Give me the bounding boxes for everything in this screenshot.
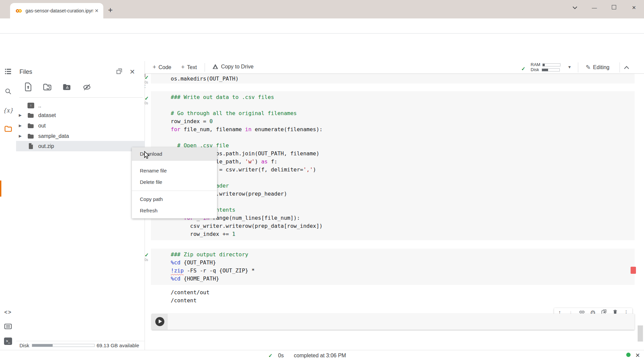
code-line: %cd {OUT_PATH} — [171, 259, 635, 267]
cell-success-icon: ✓ — [145, 74, 149, 81]
notebook-toolbar: +Code +Text Copy to Drive ✓ RAM Disk ▼ ✎… — [145, 61, 644, 74]
variables-icon[interactable]: {x} — [0, 107, 16, 114]
code-line — [171, 134, 635, 142]
cell-success-icon: ✓ — [145, 95, 149, 101]
expand-caret-icon[interactable]: ▶ — [19, 134, 21, 138]
code-line — [171, 101, 635, 109]
close-panel-icon[interactable]: ✕ — [129, 68, 135, 76]
output-line: /content — [171, 297, 210, 305]
hidden-files-eye-icon[interactable] — [83, 83, 91, 93]
copy-to-drive-button[interactable]: Copy to Drive — [212, 64, 254, 70]
resources-dropdown-icon[interactable]: ▼ — [568, 65, 572, 69]
close-status-icon[interactable]: ✕ — [635, 352, 640, 359]
toolbar-divider — [620, 62, 620, 72]
add-code-button[interactable]: +Code — [153, 64, 171, 71]
output-line: /content/out — [171, 289, 210, 297]
code-snippets-icon[interactable]: <> — [0, 309, 16, 315]
ram-meter — [542, 63, 560, 66]
cell-exec-time: 0s — [145, 101, 148, 105]
files-panel-title: Files — [19, 68, 32, 75]
folder-icon — [27, 133, 34, 139]
expand-caret-icon[interactable]: ▶ — [19, 123, 21, 128]
colab-window: gas-sensor-dataset-curation.ipyn ✕ + — ✕… — [0, 0, 644, 361]
code-editor[interactable]: ### Zip output directory%cd {OUT_PATH}!z… — [151, 249, 635, 285]
tab-close-icon[interactable]: ✕ — [93, 8, 100, 13]
code-editor[interactable]: os.makedirs(OUT_PATH) — [151, 74, 635, 84]
connected-check-icon: ✓ — [521, 66, 526, 72]
command-palette-icon[interactable] — [0, 324, 16, 330]
disk-label: Disk — [19, 343, 29, 348]
code-line: !zip -FS -r -q {OUT_ZIP} * — [171, 267, 635, 275]
tree-item-parent-dir[interactable]: ↑ .. — [16, 100, 145, 111]
code-input-area[interactable] — [168, 314, 635, 330]
terminal-icon[interactable]: >_ — [0, 338, 16, 345]
code-line: # Open .csv file — [171, 142, 635, 150]
tree-item-out-zip[interactable]: out.zip — [16, 141, 145, 151]
maximize-button[interactable] — [609, 5, 619, 10]
expand-caret-icon[interactable]: ▶ — [19, 113, 21, 117]
toolbar-divider — [205, 63, 205, 72]
colab-header: gas-sensor-dataset-curation.ipynb File E… — [0, 34, 644, 61]
tree-item-sample-data[interactable]: ▶ sample_data — [16, 131, 145, 141]
mount-drive-icon[interactable] — [62, 83, 71, 92]
code-line: csv_writer.writerow(prep_header) — [171, 190, 635, 198]
code-line: %cd {HOME_PATH} — [171, 275, 635, 283]
toolbar-divider — [578, 62, 578, 72]
context-menu-download[interactable]: Download — [132, 147, 217, 160]
code-line: # Write header — [171, 182, 635, 190]
folder-icon — [27, 123, 34, 129]
code-line: csv_writer.writerow(prep_data[row_index]… — [171, 222, 635, 230]
active-panel-indicator — [0, 180, 1, 197]
notebook-content: ✓ 0s [12] os.makedirs(OUT_PATH) ✓ 0s [13… — [145, 74, 644, 350]
cell-exec-time: 0s — [145, 81, 148, 84]
tree-item-dataset[interactable]: ▶ dataset — [16, 110, 145, 120]
code-line — [171, 174, 635, 182]
file-icon — [28, 143, 34, 149]
run-cell-button[interactable] — [155, 317, 164, 326]
plus-icon: + — [153, 64, 156, 71]
context-menu-copy-path[interactable]: Copy path — [132, 194, 217, 205]
upload-file-icon[interactable] — [24, 83, 32, 93]
collapse-header-icon[interactable] — [624, 64, 629, 70]
context-menu-rename[interactable]: Rename file — [132, 165, 217, 176]
notebook-scrollbar[interactable] — [638, 325, 643, 342]
pencil-icon: ✎ — [586, 64, 591, 71]
ram-disk-indicator[interactable]: RAM Disk — [531, 62, 560, 72]
browser-tabstrip: gas-sensor-dataset-curation.ipyn ✕ + — ✕ — [0, 0, 644, 18]
minimize-button[interactable]: — — [590, 5, 599, 10]
mouse-cursor — [144, 151, 150, 159]
search-tabs-icon[interactable] — [570, 5, 580, 10]
popout-panel-icon[interactable] — [116, 68, 122, 76]
code-line: file_path = os.path.join(OUT_PATH, filen… — [171, 150, 635, 158]
files-icon[interactable] — [0, 125, 16, 134]
empty-code-cell[interactable] — [152, 314, 635, 330]
disk-available-text: 69.13 GB available — [97, 343, 139, 348]
search-icon[interactable] — [0, 88, 16, 96]
context-menu-delete[interactable]: Delete file — [132, 176, 217, 188]
drive-icon — [212, 64, 219, 70]
close-window-button[interactable]: ✕ — [629, 5, 639, 11]
code-line: with open(file_path, 'w') as f: — [171, 158, 635, 166]
code-line: ### Zip output directory — [171, 251, 635, 259]
new-tab-button[interactable]: + — [108, 6, 113, 14]
disk-usage-meter — [32, 344, 95, 347]
add-text-button[interactable]: +Text — [181, 64, 197, 71]
refresh-folder-icon[interactable] — [43, 83, 52, 92]
context-menu-refresh[interactable]: Refresh — [132, 205, 217, 216]
status-message: completed at 3:06 PM — [294, 353, 346, 359]
tab-title: gas-sensor-dataset-curation.ipyn — [25, 8, 93, 13]
folder-icon — [27, 112, 34, 118]
code-line: csv_writer = csv.writer(f, delimiter=','… — [171, 166, 635, 174]
browser-tab[interactable]: gas-sensor-dataset-curation.ipyn ✕ — [10, 3, 103, 18]
file-context-menu: Download Rename file Delete file Copy pa… — [132, 147, 217, 218]
disk-meter — [542, 68, 560, 71]
code-editor[interactable]: ### Write out data to .csv files # Go th… — [151, 91, 635, 240]
code-line: # Go through all the original filenames — [171, 109, 635, 117]
editing-mode-button[interactable]: ✎Editing — [586, 64, 609, 71]
code-line: ### Write out data to .csv files — [171, 93, 635, 101]
tree-item-out[interactable]: ▶ out — [16, 120, 145, 131]
colab-favicon — [15, 9, 22, 13]
left-rail: {x} <> >_ — [0, 61, 16, 350]
table-of-contents-icon[interactable] — [0, 68, 16, 76]
code-line: for _ in range(num_lines[file_num]): — [171, 214, 635, 222]
